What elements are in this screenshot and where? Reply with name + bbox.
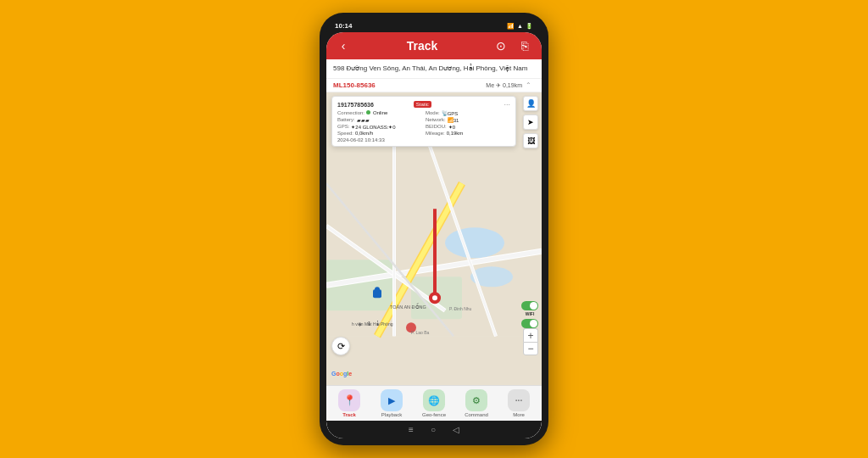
device-distance: 0,19km bbox=[503, 82, 522, 88]
network-label: Network: bbox=[426, 117, 446, 123]
nav-more-label: More bbox=[513, 412, 525, 417]
device-id: ML150-85636 bbox=[333, 81, 486, 89]
status-bar: 10:14 📶 ▲ 🔋 bbox=[326, 20, 542, 32]
map-icon-image[interactable]: 🖼 bbox=[523, 133, 538, 148]
mode-value: 📡GPS bbox=[442, 110, 459, 116]
zoom-buttons: + − bbox=[523, 328, 538, 355]
android-menu-button[interactable]: ≡ bbox=[409, 425, 414, 434]
svg-point-20 bbox=[375, 288, 380, 293]
speed-label: Speed: bbox=[337, 131, 353, 136]
mileage-value: 0,19km bbox=[447, 131, 464, 136]
static-badge: Static bbox=[414, 101, 431, 108]
compass-button[interactable]: ⟳ bbox=[331, 337, 350, 355]
nav-track[interactable]: 📍 Track bbox=[333, 389, 365, 417]
wifi-toggle[interactable] bbox=[521, 301, 538, 310]
android-back-button[interactable]: ◁ bbox=[453, 425, 459, 434]
map-side-icons: 👤 ➤ 🖼 bbox=[523, 96, 538, 148]
nav-geofence-icon-wrap: 🌐 bbox=[423, 389, 445, 411]
zoom-in-button[interactable]: + bbox=[523, 328, 538, 342]
mode-label: Mode: bbox=[426, 110, 440, 116]
nav-command[interactable]: ⚙ Command bbox=[460, 389, 492, 417]
popup-more-button[interactable]: ··· bbox=[504, 100, 510, 109]
speed-value: 0,0km/h bbox=[355, 131, 373, 136]
android-nav-bar: ≡ ○ ◁ bbox=[326, 421, 542, 438]
android-home-button[interactable]: ○ bbox=[431, 425, 436, 434]
wifi-toggle-item: WIFI bbox=[521, 301, 538, 316]
nav-command-label: Command bbox=[465, 412, 488, 417]
svg-text:P. Lao Ba: P. Lao Ba bbox=[411, 331, 430, 336]
battery-value: ▰▰▰ bbox=[357, 117, 370, 123]
battery-label: Battery: bbox=[337, 117, 355, 123]
nav-geofence[interactable]: 🌐 Geo-fence bbox=[418, 389, 450, 417]
playback-icon: ▶ bbox=[388, 395, 395, 406]
back-button[interactable]: ‹ bbox=[335, 39, 352, 53]
chevron-up-icon: ⌃ bbox=[526, 81, 531, 89]
gps-label: GPS: bbox=[337, 124, 349, 130]
gps-value: ✦24 GLONASS:✦0 bbox=[351, 124, 395, 130]
command-icon: ⚙ bbox=[472, 395, 481, 406]
status-icons: 📶 ▲ 🔋 bbox=[507, 23, 533, 30]
nav-more-icon-wrap: ··· bbox=[508, 389, 530, 411]
nav-playback-label: Playback bbox=[381, 412, 402, 417]
map-container: TOÀN AN ĐỒNG h viện Mắt Hải Phòng P. Đin… bbox=[326, 92, 542, 385]
nav-more[interactable]: ··· More bbox=[503, 389, 535, 417]
online-indicator bbox=[366, 110, 370, 114]
wifi-icon: 📶 bbox=[507, 23, 515, 30]
beidou-label: BEIDOU: bbox=[426, 124, 447, 130]
popup-datetime: 2024-06-02 10:14:33 bbox=[337, 137, 510, 142]
connection-label: Connection: bbox=[337, 110, 364, 116]
track-icon: 📍 bbox=[343, 394, 356, 406]
map-icon-send[interactable]: ➤ bbox=[523, 114, 538, 130]
lbs-toggle[interactable] bbox=[521, 319, 538, 328]
nav-playback[interactable]: ▶ Playback bbox=[376, 389, 408, 417]
google-e: e bbox=[348, 371, 352, 377]
app-header: ‹ Track ⊙ ⎘ bbox=[326, 32, 542, 59]
map-icon-person[interactable]: 👤 bbox=[523, 96, 538, 111]
info-popup: 19175785636 Static ··· Connection: Onlin… bbox=[331, 96, 516, 147]
nav-playback-icon-wrap: ▶ bbox=[381, 389, 403, 411]
svg-text:h viện Mắt Hải Phòng: h viện Mắt Hải Phòng bbox=[352, 321, 393, 327]
popup-device-id: 19175785636 bbox=[337, 102, 410, 108]
google-logo: Google bbox=[331, 371, 352, 377]
geofence-icon: 🌐 bbox=[428, 395, 440, 406]
bottom-nav: 📍 Track ▶ Playback 🌐 Geo-fence ⚙ bbox=[326, 385, 542, 421]
mileage-label: Mileage: bbox=[426, 131, 445, 136]
nav-track-icon-wrap: 📍 bbox=[338, 389, 360, 411]
address-text: 598 Đường Ven Sông, An Thái, An Dương, H… bbox=[333, 64, 527, 72]
svg-text:P. Đinh Nhu: P. Đinh Nhu bbox=[449, 307, 472, 312]
phone-frame: 10:14 📶 ▲ 🔋 ‹ Track ⊙ ⎘ 598 Đường Ven Sô… bbox=[320, 13, 548, 445]
address-bar: 598 Đường Ven Sông, An Thái, An Dương, H… bbox=[326, 59, 542, 79]
page-title: Track bbox=[352, 39, 492, 53]
connection-value: Online bbox=[373, 110, 387, 116]
wifi-toggle-label: WIFI bbox=[526, 311, 535, 316]
location-pin-icon[interactable]: ⊙ bbox=[492, 39, 509, 53]
nav-geofence-label: Geo-fence bbox=[422, 412, 446, 417]
more-icon: ··· bbox=[515, 396, 522, 405]
status-time: 10:14 bbox=[335, 22, 352, 30]
svg-text:TOÀN AN ĐỒNG: TOÀN AN ĐỒNG bbox=[390, 304, 426, 310]
zoom-out-button[interactable]: − bbox=[523, 342, 538, 355]
device-label: Me bbox=[486, 82, 494, 88]
network-value: 📶31 bbox=[448, 117, 459, 123]
device-row: ML150-85636 Me ✈ 0,19km ⌃ bbox=[326, 79, 542, 92]
share-icon[interactable]: ⎘ bbox=[516, 39, 533, 53]
beidou-value: ✦0 bbox=[448, 124, 455, 130]
phone-screen: ‹ Track ⊙ ⎘ 598 Đường Ven Sông, An Thái,… bbox=[326, 32, 542, 438]
signal-icon: ▲ bbox=[517, 23, 523, 29]
svg-point-18 bbox=[432, 296, 437, 301]
nav-track-label: Track bbox=[342, 412, 356, 417]
battery-icon: 🔋 bbox=[526, 23, 533, 30]
svg-point-3 bbox=[445, 228, 504, 259]
nav-command-icon-wrap: ⚙ bbox=[465, 389, 487, 411]
